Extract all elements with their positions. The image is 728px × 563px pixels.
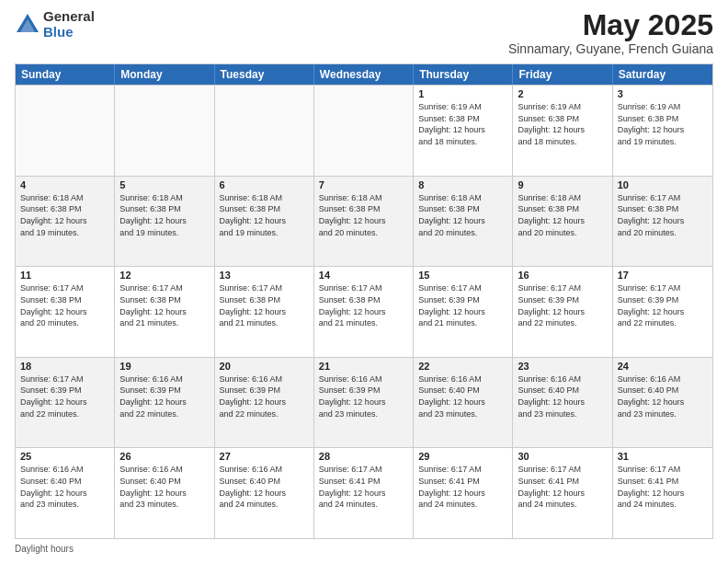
cal-cell-4: 4Sunrise: 6:18 AM Sunset: 6:38 PM Daylig…	[16, 177, 115, 267]
cal-cell-31: 31Sunrise: 6:17 AM Sunset: 6:41 PM Dayli…	[613, 448, 712, 538]
cell-day-number: 13	[220, 270, 309, 281]
cal-cell-empty-1	[115, 86, 214, 176]
cal-cell-10: 10Sunrise: 6:17 AM Sunset: 6:38 PM Dayli…	[613, 177, 712, 267]
cal-cell-15: 15Sunrise: 6:17 AM Sunset: 6:39 PM Dayli…	[414, 267, 513, 357]
cal-cell-24: 24Sunrise: 6:16 AM Sunset: 6:40 PM Dayli…	[613, 358, 712, 448]
footer: Daylight hours	[15, 544, 713, 554]
cell-day-number: 23	[518, 361, 607, 372]
cell-info: Sunrise: 6:17 AM Sunset: 6:38 PM Dayligh…	[220, 282, 309, 328]
cell-day-number: 21	[319, 361, 408, 372]
cell-day-number: 27	[220, 451, 309, 462]
cell-day-number: 20	[220, 361, 309, 372]
cell-info: Sunrise: 6:17 AM Sunset: 6:38 PM Dayligh…	[618, 192, 708, 238]
cell-info: Sunrise: 6:17 AM Sunset: 6:38 PM Dayligh…	[119, 282, 209, 328]
cal-cell-empty-0	[16, 86, 115, 176]
cell-day-number: 2	[518, 88, 607, 99]
cal-row-2: 11Sunrise: 6:17 AM Sunset: 6:38 PM Dayli…	[16, 266, 712, 357]
cal-cell-8: 8Sunrise: 6:18 AM Sunset: 6:38 PM Daylig…	[414, 177, 513, 267]
cell-day-number: 19	[119, 361, 209, 372]
cal-cell-7: 7Sunrise: 6:18 AM Sunset: 6:38 PM Daylig…	[314, 177, 414, 267]
cell-info: Sunrise: 6:17 AM Sunset: 6:41 PM Dayligh…	[618, 464, 708, 510]
cal-cell-22: 22Sunrise: 6:16 AM Sunset: 6:40 PM Dayli…	[414, 358, 513, 448]
cell-day-number: 31	[618, 451, 708, 462]
page: General Blue May 2025 Sinnamary, Guyane,…	[0, 0, 728, 563]
cal-cell-12: 12Sunrise: 6:17 AM Sunset: 6:38 PM Dayli…	[115, 267, 214, 357]
cell-info: Sunrise: 6:18 AM Sunset: 6:38 PM Dayligh…	[20, 192, 109, 238]
cal-cell-16: 16Sunrise: 6:17 AM Sunset: 6:39 PM Dayli…	[513, 267, 612, 357]
cell-info: Sunrise: 6:19 AM Sunset: 6:38 PM Dayligh…	[518, 101, 607, 147]
header-cell-friday: Friday	[513, 64, 612, 85]
header-cell-saturday: Saturday	[613, 64, 712, 85]
cell-day-number: 15	[418, 270, 507, 281]
cell-info: Sunrise: 6:18 AM Sunset: 6:38 PM Dayligh…	[518, 192, 607, 238]
cell-info: Sunrise: 6:19 AM Sunset: 6:38 PM Dayligh…	[418, 101, 507, 147]
cell-day-number: 5	[119, 179, 209, 190]
logo-text: General Blue	[43, 9, 95, 40]
cell-day-number: 12	[119, 270, 209, 281]
header-cell-thursday: Thursday	[414, 64, 513, 85]
title-block: May 2025 Sinnamary, Guyane, French Guian…	[508, 9, 713, 56]
cell-day-number: 24	[618, 361, 708, 372]
cell-info: Sunrise: 6:19 AM Sunset: 6:38 PM Dayligh…	[618, 101, 708, 147]
cell-day-number: 11	[20, 270, 109, 281]
cell-info: Sunrise: 6:18 AM Sunset: 6:38 PM Dayligh…	[220, 192, 309, 238]
cell-info: Sunrise: 6:17 AM Sunset: 6:39 PM Dayligh…	[518, 282, 607, 328]
subtitle: Sinnamary, Guyane, French Guiana	[508, 41, 713, 56]
cell-info: Sunrise: 6:18 AM Sunset: 6:38 PM Dayligh…	[319, 192, 408, 238]
cal-cell-11: 11Sunrise: 6:17 AM Sunset: 6:38 PM Dayli…	[16, 267, 115, 357]
cal-cell-14: 14Sunrise: 6:17 AM Sunset: 6:38 PM Dayli…	[314, 267, 414, 357]
cal-cell-28: 28Sunrise: 6:17 AM Sunset: 6:41 PM Dayli…	[314, 448, 414, 538]
cal-row-1: 4Sunrise: 6:18 AM Sunset: 6:38 PM Daylig…	[16, 176, 712, 267]
header-cell-monday: Monday	[115, 64, 214, 85]
cell-info: Sunrise: 6:17 AM Sunset: 6:41 PM Dayligh…	[518, 464, 607, 510]
cal-cell-empty-2	[215, 86, 314, 176]
cell-info: Sunrise: 6:16 AM Sunset: 6:40 PM Dayligh…	[119, 464, 209, 510]
cell-info: Sunrise: 6:16 AM Sunset: 6:40 PM Dayligh…	[418, 373, 507, 419]
cal-cell-26: 26Sunrise: 6:16 AM Sunset: 6:40 PM Dayli…	[115, 448, 214, 538]
cal-cell-17: 17Sunrise: 6:17 AM Sunset: 6:39 PM Dayli…	[613, 267, 712, 357]
logo: General Blue	[15, 9, 95, 40]
cal-row-4: 25Sunrise: 6:16 AM Sunset: 6:40 PM Dayli…	[16, 447, 712, 538]
cell-info: Sunrise: 6:17 AM Sunset: 6:39 PM Dayligh…	[618, 282, 708, 328]
cell-info: Sunrise: 6:16 AM Sunset: 6:39 PM Dayligh…	[119, 373, 209, 419]
cell-info: Sunrise: 6:17 AM Sunset: 6:38 PM Dayligh…	[319, 282, 408, 328]
cell-info: Sunrise: 6:16 AM Sunset: 6:40 PM Dayligh…	[220, 464, 309, 510]
cell-info: Sunrise: 6:16 AM Sunset: 6:40 PM Dayligh…	[518, 373, 607, 419]
logo-blue: Blue	[43, 25, 95, 40]
cal-cell-18: 18Sunrise: 6:17 AM Sunset: 6:39 PM Dayli…	[16, 358, 115, 448]
cell-day-number: 16	[518, 270, 607, 281]
month-title: May 2025	[508, 9, 713, 41]
cal-cell-1: 1Sunrise: 6:19 AM Sunset: 6:38 PM Daylig…	[414, 86, 513, 176]
cal-cell-29: 29Sunrise: 6:17 AM Sunset: 6:41 PM Dayli…	[414, 448, 513, 538]
calendar-body: 1Sunrise: 6:19 AM Sunset: 6:38 PM Daylig…	[16, 85, 712, 538]
calendar: SundayMondayTuesdayWednesdayThursdayFrid…	[15, 63, 713, 539]
cell-info: Sunrise: 6:16 AM Sunset: 6:40 PM Dayligh…	[20, 464, 109, 510]
cal-row-3: 18Sunrise: 6:17 AM Sunset: 6:39 PM Dayli…	[16, 357, 712, 448]
cell-day-number: 8	[418, 179, 507, 190]
cal-cell-3: 3Sunrise: 6:19 AM Sunset: 6:38 PM Daylig…	[613, 86, 712, 176]
cal-cell-13: 13Sunrise: 6:17 AM Sunset: 6:38 PM Dayli…	[215, 267, 314, 357]
cell-day-number: 14	[319, 270, 408, 281]
cell-day-number: 1	[418, 88, 507, 99]
cell-info: Sunrise: 6:18 AM Sunset: 6:38 PM Dayligh…	[119, 192, 209, 238]
cell-day-number: 22	[418, 361, 507, 372]
cell-day-number: 29	[418, 451, 507, 462]
cell-day-number: 28	[319, 451, 408, 462]
cell-day-number: 26	[119, 451, 209, 462]
cell-day-number: 30	[518, 451, 607, 462]
cal-cell-9: 9Sunrise: 6:18 AM Sunset: 6:38 PM Daylig…	[513, 177, 612, 267]
header: General Blue May 2025 Sinnamary, Guyane,…	[15, 9, 713, 56]
cell-day-number: 3	[618, 88, 708, 99]
cell-day-number: 10	[618, 179, 708, 190]
cal-cell-6: 6Sunrise: 6:18 AM Sunset: 6:38 PM Daylig…	[215, 177, 314, 267]
cal-cell-empty-3	[314, 86, 414, 176]
cell-info: Sunrise: 6:18 AM Sunset: 6:38 PM Dayligh…	[418, 192, 507, 238]
footer-text: Daylight hours	[15, 544, 74, 554]
cell-info: Sunrise: 6:17 AM Sunset: 6:39 PM Dayligh…	[20, 373, 109, 419]
cal-cell-23: 23Sunrise: 6:16 AM Sunset: 6:40 PM Dayli…	[513, 358, 612, 448]
logo-icon	[15, 12, 40, 38]
cell-info: Sunrise: 6:16 AM Sunset: 6:40 PM Dayligh…	[618, 373, 708, 419]
cal-cell-20: 20Sunrise: 6:16 AM Sunset: 6:39 PM Dayli…	[215, 358, 314, 448]
cal-cell-25: 25Sunrise: 6:16 AM Sunset: 6:40 PM Dayli…	[16, 448, 115, 538]
cell-day-number: 4	[20, 179, 109, 190]
